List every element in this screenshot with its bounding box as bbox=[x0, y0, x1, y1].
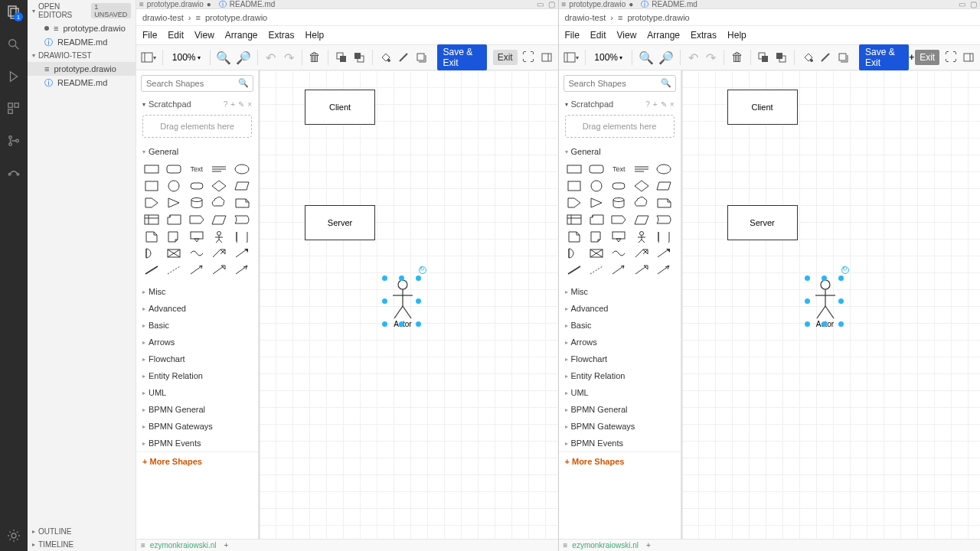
edit-icon[interactable]: ✎ bbox=[661, 100, 667, 109]
cat-bpmn-general[interactable]: ▸BPMN General bbox=[559, 401, 681, 418]
shape-3[interactable] bbox=[210, 162, 228, 176]
scratchpad-head[interactable]: ▾Scratchpad?+✎× bbox=[136, 96, 258, 112]
cat-flowchart[interactable]: ▸Flowchart bbox=[559, 350, 681, 367]
shape-33[interactable] bbox=[210, 263, 228, 277]
sidebar-toggle-icon[interactable]: ▾ bbox=[141, 49, 156, 66]
shape-4[interactable] bbox=[233, 162, 251, 176]
shape-0[interactable] bbox=[142, 162, 161, 176]
shape-32[interactable] bbox=[609, 263, 628, 277]
menu-view[interactable]: View bbox=[194, 30, 214, 41]
more-shapes[interactable]: + More Shapes bbox=[136, 452, 258, 471]
redo-icon[interactable]: ↷ bbox=[282, 49, 295, 66]
shape-31[interactable] bbox=[165, 263, 183, 277]
shape-24[interactable] bbox=[233, 230, 251, 243]
cat-entity-relation[interactable]: ▸Entity Relation bbox=[559, 367, 681, 384]
node-server[interactable]: Server bbox=[305, 205, 375, 240]
shape-13[interactable] bbox=[210, 196, 228, 210]
menu-edit[interactable]: Edit bbox=[590, 30, 606, 41]
shape-2[interactable]: Text bbox=[609, 162, 628, 176]
shape-26[interactable] bbox=[587, 246, 606, 260]
shape-2[interactable]: Text bbox=[188, 162, 206, 176]
source-control-icon[interactable] bbox=[5, 132, 23, 150]
cat-uml[interactable]: ▸UML bbox=[559, 384, 681, 401]
help-icon[interactable]: ? bbox=[645, 100, 650, 109]
page-menu-icon[interactable]: ≡ bbox=[141, 541, 145, 549]
shape-9[interactable] bbox=[233, 179, 251, 193]
cat-bpmn-gateways[interactable]: ▸BPMN Gateways bbox=[136, 418, 258, 435]
shadow-icon[interactable] bbox=[837, 49, 850, 66]
cat-uml[interactable]: ▸UML bbox=[136, 384, 258, 401]
shape-14[interactable] bbox=[233, 196, 251, 210]
menu-file[interactable]: File bbox=[565, 30, 580, 41]
shape-6[interactable] bbox=[165, 179, 183, 193]
node-server[interactable]: Server bbox=[727, 205, 798, 240]
shape-15[interactable] bbox=[565, 213, 583, 227]
tab-1[interactable]: ≡ prototype.drawio ● bbox=[562, 0, 634, 8]
shape-32[interactable] bbox=[188, 263, 206, 277]
menu-edit[interactable]: Edit bbox=[168, 30, 184, 41]
to-front-icon[interactable] bbox=[756, 49, 769, 66]
shape-13[interactable] bbox=[632, 196, 651, 210]
shape-10[interactable] bbox=[565, 196, 583, 210]
cat-misc[interactable]: ▸Misc bbox=[559, 283, 681, 300]
shape-16[interactable] bbox=[165, 213, 183, 227]
shape-20[interactable] bbox=[142, 230, 161, 243]
node-actor[interactable]: Actor bbox=[385, 277, 420, 331]
cat-basic[interactable]: ▸Basic bbox=[136, 317, 258, 334]
scratchpad-head[interactable]: ▾Scratchpad?+✎× bbox=[559, 96, 681, 112]
shape-30[interactable] bbox=[565, 263, 583, 277]
shape-18[interactable] bbox=[210, 213, 228, 227]
shape-7[interactable] bbox=[188, 179, 206, 193]
cat-general[interactable]: ▾General bbox=[136, 144, 258, 159]
edit-icon[interactable]: ✎ bbox=[238, 100, 244, 109]
redo-icon[interactable]: ↷ bbox=[704, 49, 717, 66]
page-menu-icon[interactable]: ≡ bbox=[564, 541, 568, 549]
format-panel-icon[interactable] bbox=[962, 49, 975, 66]
shape-17[interactable] bbox=[188, 213, 206, 227]
shape-18[interactable] bbox=[632, 213, 651, 227]
to-front-icon[interactable] bbox=[335, 49, 348, 66]
shape-5[interactable] bbox=[142, 179, 161, 193]
shape-30[interactable] bbox=[142, 263, 161, 277]
shape-22[interactable] bbox=[609, 230, 628, 243]
line-icon[interactable] bbox=[397, 49, 410, 66]
undo-icon[interactable]: ↶ bbox=[687, 49, 700, 66]
shape-19[interactable] bbox=[233, 213, 251, 227]
shape-25[interactable] bbox=[142, 246, 161, 260]
fill-icon[interactable] bbox=[378, 49, 391, 66]
shape-5[interactable] bbox=[565, 179, 583, 193]
shape-7[interactable] bbox=[609, 179, 628, 193]
node-client[interactable]: Client bbox=[305, 90, 375, 125]
shape-8[interactable] bbox=[632, 179, 651, 193]
shape-4[interactable] bbox=[655, 162, 673, 176]
extensions-icon[interactable] bbox=[5, 99, 23, 118]
to-back-icon[interactable] bbox=[352, 49, 365, 66]
cat-bpmn-gateways[interactable]: ▸BPMN Gateways bbox=[559, 418, 681, 435]
cat-bpmn-events[interactable]: ▸BPMN Events bbox=[136, 435, 258, 452]
shape-29[interactable] bbox=[233, 246, 251, 260]
to-back-icon[interactable] bbox=[775, 49, 788, 66]
line-icon[interactable] bbox=[818, 49, 831, 66]
scratchpad-drop[interactable]: Drag elements here bbox=[142, 115, 252, 138]
shape-20[interactable] bbox=[565, 230, 583, 243]
live-share-icon[interactable] bbox=[5, 164, 23, 182]
fill-icon[interactable] bbox=[801, 49, 814, 66]
shape-19[interactable] bbox=[655, 213, 673, 227]
shape-1[interactable] bbox=[587, 162, 606, 176]
cat-advanced[interactable]: ▸Advanced bbox=[559, 300, 681, 317]
project-file-2[interactable]: ⓘREADME.md bbox=[28, 76, 136, 90]
run-icon[interactable] bbox=[5, 67, 23, 86]
menu-extras[interactable]: Extras bbox=[691, 30, 717, 41]
tab-1[interactable]: ≡ prototype.drawio ● bbox=[139, 0, 211, 8]
zoom-out-icon[interactable]: 🔎 bbox=[658, 49, 674, 66]
zoom-in-icon[interactable]: 🔍 bbox=[216, 49, 231, 66]
add-icon[interactable]: + bbox=[653, 100, 658, 109]
add-page-icon[interactable]: + bbox=[224, 541, 229, 549]
menu-view[interactable]: View bbox=[617, 30, 637, 41]
shape-27[interactable] bbox=[188, 246, 206, 260]
shape-16[interactable] bbox=[587, 213, 606, 227]
project-head[interactable]: ▾DRAWIO-TEST bbox=[28, 49, 136, 62]
close-icon[interactable]: × bbox=[247, 100, 252, 109]
cat-bpmn-general[interactable]: ▸BPMN General bbox=[136, 401, 258, 418]
menu-help[interactable]: Help bbox=[305, 30, 325, 41]
